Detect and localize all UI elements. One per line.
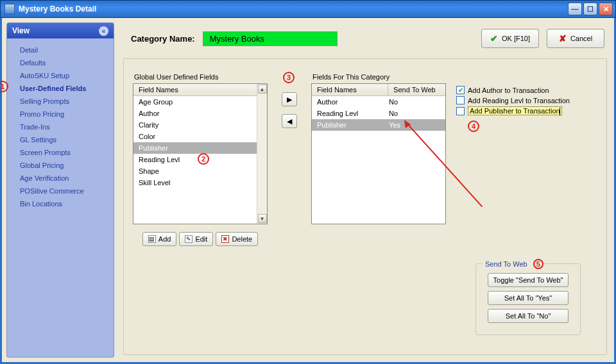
sidebar-item-global-pricing[interactable]: Global Pricing: [19, 159, 110, 172]
global-fields-column: Global User Defined Fields Field Names A…: [133, 73, 268, 246]
category-name: Mystery Books: [203, 31, 338, 46]
sidebar-item-age-verification[interactable]: Age Verification: [19, 172, 110, 185]
list-item[interactable]: Skill Level: [133, 177, 267, 188]
global-fields-title: Global User Defined Fields: [134, 73, 268, 81]
sidebar-item-gl-settings[interactable]: GL Settings: [19, 133, 110, 146]
list-item[interactable]: Color: [133, 131, 267, 142]
checkbox-icon: [456, 96, 465, 104]
sidebar-item-bin-locations[interactable]: Bin Locations: [19, 197, 110, 210]
global-fields-header[interactable]: Field Names: [133, 84, 267, 96]
app-icon: [4, 4, 15, 14]
sidebar: View « 1 Detail Defaults AutoSKU Setup U…: [6, 22, 114, 358]
minimize-button[interactable]: —: [568, 3, 582, 15]
set-all-no-button[interactable]: Set All To "No": [488, 309, 569, 323]
sidebar-body: 1 Detail Defaults AutoSKU Setup User-Def…: [7, 38, 114, 215]
check-icon: ✔: [490, 33, 498, 44]
delete-button[interactable]: ✖Delete: [216, 232, 258, 246]
add-author-checkbox[interactable]: ✔ Add Author to Transaction: [456, 86, 570, 94]
set-all-yes-button[interactable]: Set All To "Yes": [488, 291, 569, 305]
col-field-names: Field Names: [133, 84, 267, 95]
sidebar-item-autosku[interactable]: AutoSKU Setup: [19, 69, 110, 82]
sidebar-item-selling-prompts[interactable]: Selling Prompts: [19, 95, 110, 108]
global-fields-list[interactable]: Field Names Age Group Author Clarity Col…: [133, 83, 268, 224]
sidebar-item-promo-pricing[interactable]: Promo Pricing: [19, 108, 110, 120]
main-panel: Category Name: Mystery Books ✔ OK [F10] …: [121, 22, 610, 358]
cancel-button[interactable]: ✘ Cancel: [547, 29, 604, 48]
table-row[interactable]: Reading Levl No: [312, 108, 445, 119]
add-reading-levl-checkbox[interactable]: Add Reading Levl to Transaction: [456, 96, 570, 104]
x-icon: ✘: [559, 33, 567, 44]
table-row-selected[interactable]: Publisher Yes: [312, 119, 445, 131]
table-row[interactable]: Author No: [312, 96, 445, 108]
checkbox-icon: ✔: [456, 86, 465, 94]
toggle-send-to-web-button[interactable]: Toggle "Send To Web": [488, 273, 569, 287]
annotation-3: 3: [283, 72, 295, 83]
titlebar: Mystery Books Detail — ☐ ✕: [0, 0, 616, 18]
annotation-2: 2: [198, 153, 209, 165]
maximize-button[interactable]: ☐: [583, 3, 597, 15]
annotation-5: 5: [533, 259, 543, 269]
global-fields-toolbar: ▤Add ✎Edit ✖Delete: [133, 232, 268, 246]
category-label: Category Name:: [131, 34, 195, 44]
ok-button[interactable]: ✔ OK [F10]: [481, 29, 539, 48]
scroll-up-icon[interactable]: ▲: [258, 85, 267, 94]
category-fields-column: Fields For This Category Field Names Sen…: [311, 73, 446, 224]
move-right-button[interactable]: ▶: [282, 92, 297, 106]
chevron-up-icon[interactable]: «: [99, 26, 108, 36]
sidebar-item-screen-prompts[interactable]: Screen Prompts: [19, 146, 110, 159]
send-to-web-group: Send To Web 5 Toggle "Send To Web" Set A…: [475, 263, 581, 335]
add-button[interactable]: ▤Add: [142, 232, 177, 246]
send-to-web-title: Send To Web 5: [483, 259, 542, 269]
move-left-button[interactable]: ◀: [282, 114, 297, 128]
sidebar-title: View: [12, 26, 30, 35]
category-fields-header[interactable]: Field Names Send To Web: [312, 84, 445, 96]
fields-group: Global User Defined Fields Field Names A…: [123, 58, 607, 355]
col-field-names: Field Names: [312, 84, 388, 95]
col-send-to-web: Send To Web: [388, 84, 445, 95]
edit-button[interactable]: ✎Edit: [179, 232, 213, 246]
sidebar-header[interactable]: View «: [7, 23, 114, 38]
scrollbar[interactable]: ▲ ▼: [257, 84, 267, 224]
list-item[interactable]: Age Group: [133, 96, 267, 108]
sidebar-item-defaults[interactable]: Defaults: [19, 56, 110, 69]
sidebar-item-detail[interactable]: Detail: [19, 44, 110, 56]
add-publisher-checkbox[interactable]: Add Publisher to Transaction: [456, 106, 570, 115]
annotation-4: 4: [468, 120, 479, 132]
list-item[interactable]: Shape: [133, 165, 267, 177]
annotation-1: 1: [0, 81, 8, 92]
transfer-buttons: 3 ▶ ◀: [278, 73, 301, 128]
header-row: Category Name: Mystery Books ✔ OK [F10] …: [121, 22, 610, 58]
window-title: Mystery Books Detail: [19, 4, 568, 13]
sidebar-item-user-defined-fields[interactable]: User-Defined Fields: [19, 82, 110, 95]
list-item[interactable]: Author: [133, 108, 267, 119]
transaction-options: ✔ Add Author to Transaction Add Reading …: [456, 73, 570, 115]
close-button[interactable]: ✕: [599, 3, 613, 15]
edit-icon: ✎: [185, 235, 193, 243]
sidebar-item-positive-commerce[interactable]: POSitive Commerce: [19, 185, 110, 197]
category-fields-list[interactable]: Field Names Send To Web Author No Readin…: [311, 83, 446, 224]
delete-icon: ✖: [221, 235, 229, 243]
page-icon: ▤: [148, 235, 156, 243]
list-item[interactable]: Clarity: [133, 119, 267, 131]
window-body: View « 1 Detail Defaults AutoSKU Setup U…: [0, 18, 616, 364]
category-fields-title: Fields For This Category: [312, 73, 446, 81]
checkbox-icon: [456, 107, 465, 115]
scroll-down-icon[interactable]: ▼: [258, 214, 267, 223]
list-item-selected[interactable]: Publisher: [133, 142, 267, 154]
sidebar-item-trade-ins[interactable]: Trade-Ins: [19, 120, 110, 133]
